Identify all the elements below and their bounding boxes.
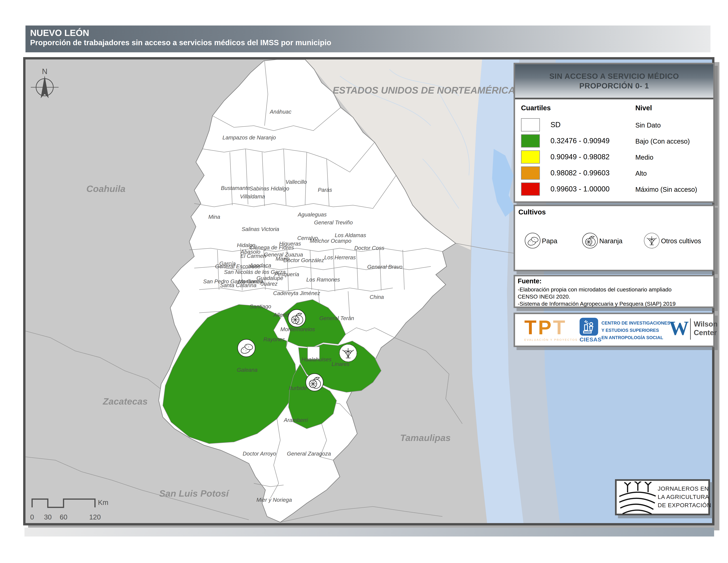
legend-range-label: 0.90949 - 0.98082	[550, 153, 610, 161]
legend-row: 0.90949 - 0.98082Medio	[515, 149, 713, 165]
svg-text:N: N	[42, 67, 47, 76]
legend-level-label: Alto	[635, 170, 647, 177]
tpt-letter: P	[538, 316, 553, 339]
naranja-icon	[582, 233, 598, 248]
tpt-letter: T	[553, 316, 567, 339]
hualahuises-enclave	[308, 347, 319, 359]
otros-cultivos-icon	[644, 233, 660, 248]
legend-row: SDSin Dato	[515, 117, 713, 133]
fuente-line: CENSO INEGI 2020.	[518, 293, 676, 300]
tpt-letters: TPT	[524, 318, 574, 337]
wilson-name-line: Center	[694, 329, 718, 337]
legend-panel: SIN ACCESO A SERVICIO MÉDICO PROPORCIÓN …	[514, 63, 715, 203]
legend-swatch	[521, 150, 540, 164]
bottom-gradient-strip	[24, 528, 714, 537]
legend-row: 0.98082 - 0.99603Alto	[515, 165, 713, 181]
map-subtitle: Proporción de trabajadores sin acceso a …	[30, 38, 710, 47]
legend-row: 0.32476 - 0.90949Bajo (Con acceso)	[515, 133, 713, 149]
legend-header: SIN ACCESO A SERVICIO MÉDICO PROPORCIÓN …	[515, 64, 713, 99]
legend-level-label: Máximo (Sin acceso)	[635, 186, 697, 193]
map-title: NUEVO LEÓN	[30, 28, 710, 38]
scale-tick-60: 60	[60, 513, 68, 521]
fuente-line: -Sistema de Información Agropecuaria y P…	[518, 300, 676, 307]
jornaleros-field-icon	[618, 482, 657, 515]
tpt-letter: T	[524, 316, 538, 339]
jornaleros-logo-panel: JORNALEROS ENLA AGRICULTURADE EXPORTACIÓ…	[615, 479, 710, 515]
scale-tick-120: 120	[89, 513, 101, 521]
fuente-panel: Fuente: -Elaboración propia con microdat…	[514, 275, 715, 308]
scale-tick-30: 30	[44, 513, 52, 521]
legend-level-label: Sin Dato	[635, 121, 661, 129]
scale-tick-0: 0	[30, 513, 34, 521]
legend-level-label: Medio	[635, 154, 653, 161]
legend-range-label: 0.32476 - 0.90949	[550, 137, 610, 145]
logos-panel: TPT EVALUACIÓN Y PROYECTOS S.C. CIESAS C…	[514, 313, 715, 347]
ciesas-acronym: CIESAS	[580, 336, 598, 343]
scale-unit: Km	[98, 499, 108, 506]
legend-title-line2: PROPORCIÓN 0- 1	[579, 81, 649, 91]
legend-swatch	[521, 182, 540, 196]
wilson-name-line: Wilson	[694, 320, 718, 329]
cultivo-label: Naranja	[599, 237, 622, 245]
cultivos-heading: Cultivos	[518, 208, 546, 216]
legend-col-cuartiles: Cuartiles	[521, 104, 551, 112]
wilson-name: WilsonCenter	[694, 320, 718, 337]
cultivo-label: Papa	[542, 237, 557, 245]
fuente-line: -Elaboración propia con microdatos del c…	[518, 286, 676, 293]
wilson-w-icon: W	[669, 317, 689, 340]
legend-swatch	[521, 118, 540, 131]
jornaleros-text-line: DE EXPORTACIÓN	[658, 501, 711, 509]
legend-title-line1: SIN ACCESO A SERVICIO MÉDICO	[549, 71, 679, 81]
fuente-lines: -Elaboración propia con microdatos del c…	[518, 286, 676, 307]
legend-range-label: 0.99603 - 1.00000	[550, 185, 610, 193]
ciesas-badge-icon	[580, 318, 598, 336]
ciesas-text: CENTRO DE INVESTIGACIONESY ESTUDIOS SUPE…	[601, 320, 670, 341]
ciesas-text-line: Y ESTUDIOS SUPERIORES	[601, 327, 670, 334]
tpt-subtitle: EVALUACIÓN Y PROYECTOS S.C.	[524, 338, 574, 342]
legend-swatch	[521, 134, 540, 147]
legend-row: 0.99603 - 1.00000Máximo (Sin acceso)	[515, 181, 713, 197]
wilson-divider	[690, 319, 691, 340]
fuente-heading: Fuente:	[518, 277, 542, 285]
tpt-logo: TPT EVALUACIÓN Y PROYECTOS S.C.	[524, 318, 574, 342]
cultivo-label: Otros cultivos	[661, 237, 701, 245]
cultivos-panel: Cultivos PapaNaranjaOtros cultivos	[514, 205, 715, 271]
legend-col-nivel: Nivel	[635, 104, 652, 112]
legend-range-label: SD	[550, 120, 561, 129]
jornaleros-text: JORNALEROS ENLA AGRICULTURADE EXPORTACIÓ…	[658, 485, 711, 509]
legend-swatch	[521, 166, 540, 180]
jornaleros-text-line: JORNALEROS EN	[658, 485, 711, 493]
legend-level-label: Bajo (Con acceso)	[635, 138, 690, 145]
ciesas-text-line: EN ANTROPOLOGÍA SOCIAL	[601, 334, 670, 341]
ciesas-text-line: CENTRO DE INVESTIGACIONES	[601, 320, 670, 327]
title-bar: NUEVO LEÓN Proporción de trabajadores si…	[25, 25, 710, 52]
jornaleros-text-line: LA AGRICULTURA	[658, 493, 711, 501]
legend-range-label: 0.98082 - 0.99603	[550, 169, 610, 177]
papa-icon	[525, 233, 541, 248]
